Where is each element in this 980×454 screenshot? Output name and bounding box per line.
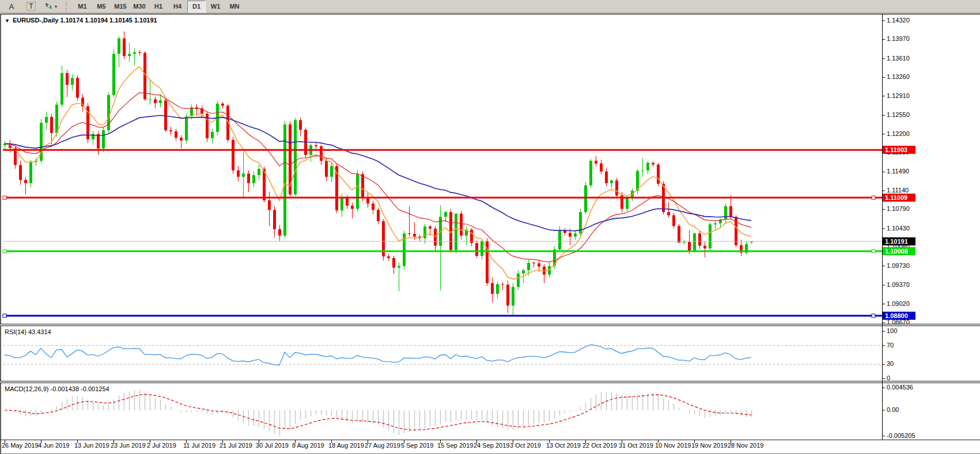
price-axis-tick: 1.13970: [887, 35, 910, 42]
rsi-axis-tick: 70: [887, 342, 894, 349]
date-axis-label: 27 Aug 2019: [365, 442, 400, 449]
symbol-dropdown-icon[interactable]: ▼: [5, 18, 10, 24]
pane-separator-macd[interactable]: [0, 381, 980, 383]
level-price-label: 1.10008: [883, 247, 915, 255]
tf-button-h4[interactable]: H4: [168, 1, 187, 13]
text-label-tool-button[interactable]: T: [22, 1, 40, 13]
tf-button-m5[interactable]: M5: [92, 1, 111, 13]
macd-axis-tick: 0.00: [887, 406, 899, 413]
rsi-indicator-label: RSI(14) 43.4314: [5, 328, 51, 335]
text-tool-icon: T: [27, 2, 35, 11]
price-axis-tick: 1.12910: [887, 92, 910, 99]
level-price-label: 1.11009: [883, 194, 915, 202]
date-axis-label: 22 Oct 2019: [582, 442, 617, 449]
price-axis-tick: 1.10430: [887, 225, 910, 232]
date-axis-label: 31 Oct 2019: [619, 442, 653, 449]
date-axis-label: 10 Nov 2019: [655, 442, 691, 449]
cursor-objects-dropdown-button[interactable]: ▾: [41, 1, 60, 13]
date-axis-label: 21 Jul 2019: [220, 442, 252, 449]
tf-button-w1[interactable]: W1: [206, 1, 225, 13]
date-axis-label: 24 Sep 2019: [474, 442, 509, 449]
mt4-window: A T ▾ M1 M5 M15 M30 H1 H4 D1 W1 MN: [0, 0, 980, 454]
date-axis-label: 5 Sep 2019: [401, 442, 433, 449]
pane-separator-timeaxis: [0, 440, 980, 440]
price-axis-tick: 1.11140: [887, 187, 909, 194]
price-axis-tick: 1.09730: [887, 262, 910, 269]
price-axis-tick: 1.09370: [887, 281, 910, 288]
date-axis-label: 15 Sep 2019: [437, 442, 473, 449]
toolbar-separator: [66, 2, 69, 12]
price-axis-tick: 1.09020: [887, 300, 910, 307]
price-axis-tick: 1.12200: [887, 130, 910, 137]
timeframe-group: M1 M5 M15 M30 H1 H4 D1 W1 MN: [73, 1, 244, 13]
macd-indicator-label: MACD(12,26,9) -0.001438 -0.001254: [5, 385, 109, 392]
date-axis-label: 13 Oct 2019: [546, 442, 581, 449]
macd-axis-tick: 0.004536: [887, 384, 913, 391]
date-axis-label: 3 Oct 2019: [510, 442, 541, 449]
price-axis-tick: 1.14320: [887, 17, 910, 24]
date-axis-label: 19 Nov 2019: [691, 442, 727, 449]
tf-button-mn[interactable]: MN: [225, 1, 244, 13]
date-axis-label: 23 Jun 2019: [111, 442, 146, 449]
date-axis-label: 4 Jun 2019: [38, 442, 69, 449]
toolbar: A T ▾ M1 M5 M15 M30 H1 H4 D1 W1 MN: [0, 0, 980, 13]
tf-button-m1[interactable]: M1: [73, 1, 92, 13]
rsi-axis-tick: 0: [887, 374, 890, 381]
date-axis-label: 18 Aug 2019: [328, 442, 364, 449]
arrow-text-tool-button[interactable]: A: [2, 1, 21, 13]
symbol-title: EURUSD-,Daily: [13, 17, 58, 24]
current-price-label: 1.10191: [883, 237, 915, 245]
price-axis-tick: 1.13260: [887, 73, 910, 80]
date-axis-label: 13 Jun 2019: [74, 442, 109, 449]
tf-button-d1[interactable]: D1: [187, 1, 206, 13]
macd-axis-tick: -0.005205: [887, 432, 915, 439]
date-axis-label: 2 Jul 2019: [147, 442, 176, 449]
pane-separator-rsi[interactable]: [0, 324, 980, 326]
date-axis-label: 8 Aug 2019: [292, 442, 324, 449]
date-axis-label: 30 Jul 2019: [256, 442, 289, 449]
date-axis-label: 26 May 2019: [2, 442, 39, 449]
level-price-label: 1.11903: [883, 146, 915, 154]
price-axis-tick: 1.12550: [887, 111, 910, 118]
price-axis-tick: 1.11490: [887, 168, 909, 175]
cursor-arrows-icon: [44, 2, 54, 10]
chevron-down-icon: ▾: [55, 4, 57, 9]
rsi-axis-tick: 100: [887, 327, 897, 334]
tf-button-m15[interactable]: M15: [111, 1, 130, 13]
rsi-axis-tick: 30: [887, 360, 894, 367]
date-axis-label: 28 Nov 2019: [728, 442, 763, 449]
price-axis-tick: 1.10790: [887, 205, 910, 212]
date-axis-label: 11 Jul 2019: [183, 442, 215, 449]
chart-title[interactable]: ▼EURUSD-,Daily 1.10174 1.10194 1.10145 1…: [5, 17, 157, 24]
ohlc-values: 1.10174 1.10194 1.10145 1.10191: [60, 17, 157, 24]
level-price-label: 1.08800: [883, 312, 915, 320]
price-axis-tick: 1.13610: [887, 55, 910, 62]
tf-button-h1[interactable]: H1: [149, 1, 168, 13]
chart-window[interactable]: [0, 14, 980, 454]
tf-button-m30[interactable]: M30: [130, 1, 149, 13]
